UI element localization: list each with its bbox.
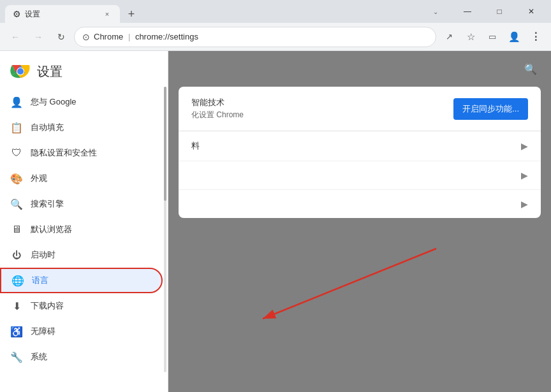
download-icon: ⬇ bbox=[10, 300, 23, 312]
content-row-1[interactable]: 料 ▶ bbox=[179, 131, 541, 161]
main-layout: 设置 👤 您与 Google 📋 自动填充 🛡 隐私设置和安全性 🎨 bbox=[0, 51, 551, 392]
power-icon: ⏻ bbox=[10, 250, 23, 260]
wrench-icon: 🔧 bbox=[10, 351, 23, 363]
autofill-icon: 📋 bbox=[10, 122, 23, 134]
address-bar[interactable]: ⊙ Chrome | chrome://settings bbox=[74, 27, 436, 47]
close-button[interactable]: ✕ bbox=[517, 0, 546, 23]
sidebar-item-autofill[interactable]: 📋 自动填充 bbox=[0, 115, 168, 140]
scrollbar-track bbox=[164, 87, 166, 372]
sidebar-title: 设置 bbox=[37, 63, 62, 80]
navbar: ← → ↻ ⊙ Chrome | chrome://settings ↗ ☆ ▭… bbox=[0, 23, 551, 51]
reload-button[interactable]: ↻ bbox=[51, 27, 71, 47]
content-row-2[interactable]: ▶ bbox=[179, 161, 541, 190]
chevron-down-button[interactable]: ⌄ bbox=[421, 0, 450, 23]
sidebar-item-appearance[interactable]: 🎨 外观 bbox=[0, 166, 168, 191]
svg-line-5 bbox=[263, 249, 436, 319]
address-favicon: ⊙ bbox=[82, 32, 90, 42]
tab-area: ⚙ 设置 × + bbox=[5, 0, 421, 23]
search-button[interactable]: 🔍 bbox=[520, 59, 541, 79]
shield-icon: 🛡 bbox=[10, 147, 23, 159]
sidebar-item-accessibility[interactable]: ♿ 无障碍 bbox=[0, 319, 168, 344]
sidebar-item-system[interactable]: 🔧 系统 bbox=[0, 344, 168, 370]
back-button[interactable]: ← bbox=[5, 27, 26, 47]
globe-icon: 🌐 bbox=[11, 275, 24, 287]
sidebar-nav: 👤 您与 Google 📋 自动填充 🛡 隐私设置和安全性 🎨 外观 🔍 bbox=[0, 87, 168, 372]
sidebar-item-appearance-label: 外观 bbox=[31, 173, 47, 184]
active-tab[interactable]: ⚙ 设置 × bbox=[5, 5, 120, 23]
tab-title: 设置 bbox=[25, 9, 98, 20]
sidebar: 设置 👤 您与 Google 📋 自动填充 🛡 隐私设置和安全性 🎨 bbox=[0, 51, 168, 392]
address-brand: Chrome | chrome://settings bbox=[94, 32, 428, 41]
bookmark-button[interactable]: ☆ bbox=[460, 27, 481, 47]
palette-icon: 🎨 bbox=[10, 173, 23, 185]
address-separator: | bbox=[128, 32, 130, 41]
tab-favicon: ⚙ bbox=[13, 9, 21, 19]
chrome-logo-icon bbox=[10, 61, 31, 82]
content-area: 🔍 智能技术 化设置 Chrome 开启同步功能... 料 ▶ ▶ ▶ bbox=[168, 51, 551, 392]
sync-text: 智能技术 化设置 Chrome bbox=[191, 97, 453, 120]
sidebar-item-startup[interactable]: ⏻ 启动时 bbox=[0, 242, 168, 268]
sync-text-line1: 智能技术 bbox=[191, 97, 453, 108]
sidebar-item-downloads-label: 下载内容 bbox=[31, 300, 64, 312]
sidebar-header: 设置 bbox=[0, 51, 168, 87]
sync-button[interactable]: 开启同步功能... bbox=[453, 98, 528, 120]
search-icon: 🔍 bbox=[524, 63, 537, 75]
minimize-button[interactable]: — bbox=[453, 0, 482, 23]
sidebar-item-privacy[interactable]: 🛡 隐私设置和安全性 bbox=[0, 140, 168, 166]
nav-actions: ↗ ☆ ▭ 👤 ⋮ bbox=[439, 27, 546, 47]
chevron-right-icon-3: ▶ bbox=[521, 199, 528, 209]
sidebar-item-google[interactable]: 👤 您与 Google bbox=[0, 89, 168, 115]
tab-close-button[interactable]: × bbox=[102, 9, 112, 19]
profile-button[interactable]: 👤 bbox=[504, 27, 524, 47]
forward-button[interactable]: → bbox=[28, 27, 48, 47]
scrollbar-thumb[interactable] bbox=[164, 87, 166, 201]
maximize-button[interactable]: □ bbox=[485, 0, 514, 23]
sidebar-item-privacy-label: 隐私设置和安全性 bbox=[31, 147, 97, 159]
sidebar-item-downloads[interactable]: ⬇ 下载内容 bbox=[0, 293, 168, 319]
magnifier-icon: 🔍 bbox=[10, 198, 23, 210]
person-icon: 👤 bbox=[10, 96, 23, 108]
sidebar-item-system-label: 系统 bbox=[31, 351, 47, 363]
sidebar-item-accessibility-label: 无障碍 bbox=[31, 326, 55, 337]
sidebar-item-autofill-label: 自动填充 bbox=[31, 122, 64, 133]
sync-row: 智能技术 化设置 Chrome 开启同步功能... bbox=[179, 87, 541, 131]
sidebar-item-browser-label: 默认浏览器 bbox=[31, 224, 72, 235]
sidebar-item-browser[interactable]: 🖥 默认浏览器 bbox=[0, 217, 168, 242]
content-row-3[interactable]: ▶ bbox=[179, 190, 541, 218]
sidebar-item-search[interactable]: 🔍 搜索引擎 bbox=[0, 191, 168, 217]
window-controls: ⌄ — □ ✕ bbox=[421, 0, 546, 23]
new-tab-button[interactable]: + bbox=[122, 5, 140, 23]
chevron-right-icon-1: ▶ bbox=[521, 141, 528, 151]
chevron-right-icon-2: ▶ bbox=[521, 170, 528, 180]
sidebar-item-language-label: 语言 bbox=[32, 275, 48, 286]
sidebar-item-search-label: 搜索引擎 bbox=[31, 198, 64, 210]
sync-text-line2: 化设置 Chrome bbox=[191, 110, 453, 120]
sidebar-item-language[interactable]: 🌐 语言 bbox=[0, 268, 163, 293]
share-button[interactable]: ↗ bbox=[439, 27, 459, 47]
titlebar: ⚙ 设置 × + ⌄ — □ ✕ bbox=[0, 0, 551, 23]
sidebar-item-google-label: 您与 Google bbox=[31, 96, 77, 108]
sidebar-item-startup-label: 启动时 bbox=[31, 249, 55, 261]
accessibility-icon: ♿ bbox=[10, 326, 23, 338]
browser-icon: 🖥 bbox=[10, 224, 23, 235]
svg-point-3 bbox=[17, 68, 24, 75]
menu-button[interactable]: ⋮ bbox=[525, 27, 546, 47]
sidebar-toggle-button[interactable]: ▭ bbox=[482, 27, 503, 47]
content-section: 智能技术 化设置 Chrome 开启同步功能... 料 ▶ ▶ ▶ bbox=[179, 87, 541, 218]
content-row-1-text: 料 bbox=[191, 140, 521, 152]
